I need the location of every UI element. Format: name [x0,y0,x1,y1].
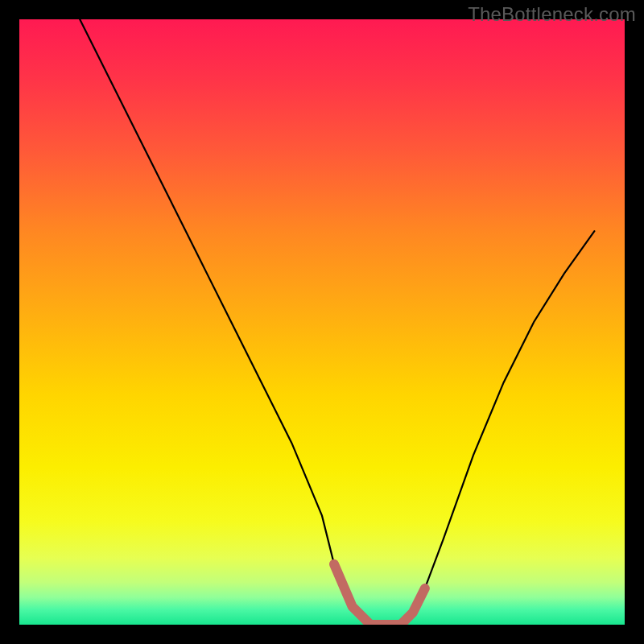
chart-svg [19,19,625,625]
chart-frame: TheBottleneck.com [0,0,644,644]
plot-area [19,19,625,625]
watermark-text: TheBottleneck.com [468,3,636,26]
